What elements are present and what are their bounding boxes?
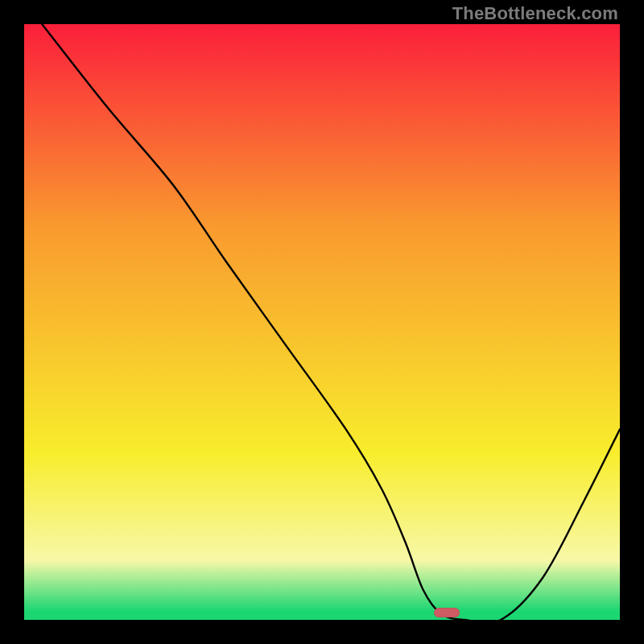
bottleneck-marker xyxy=(434,608,460,617)
watermark-text: TheBottleneck.com xyxy=(452,3,618,24)
outer-frame: TheBottleneck.com xyxy=(0,0,644,644)
curve-layer xyxy=(24,24,620,620)
plot-area xyxy=(24,24,620,620)
bottleneck-curve xyxy=(42,24,620,620)
